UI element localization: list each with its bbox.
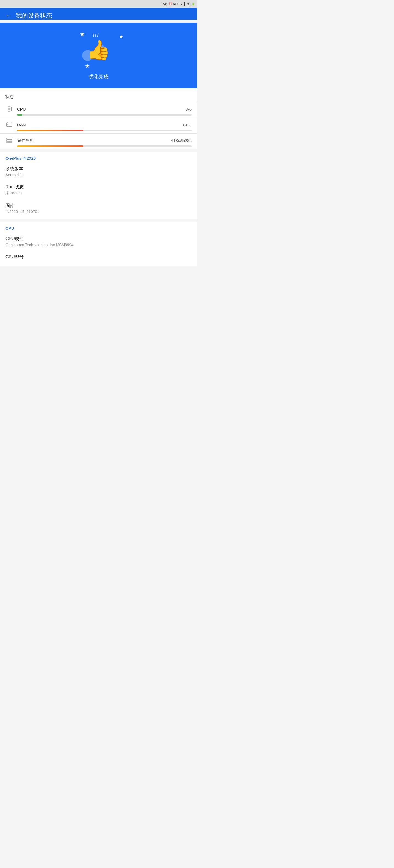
alarm-icon: ⏰ [169, 2, 172, 5]
signal-icon: ▌ [184, 2, 186, 5]
cpu-progress-bar [17, 114, 192, 116]
svg-rect-18 [11, 124, 11, 125]
4g-icon: 4G [187, 2, 190, 5]
storage-label: 储存空间 [17, 138, 166, 143]
svg-rect-15 [7, 124, 8, 125]
bluetooth-icon: ✦ [177, 2, 179, 5]
storage-progress-bar [17, 146, 192, 147]
ram-progress-bar [17, 130, 192, 131]
system-version-title: 系统版本 [5, 166, 192, 172]
storage-status-item: 储存空间 %1$s/%2$s [0, 134, 197, 149]
firmware-value: IN2020_15_210701 [5, 210, 192, 214]
star-topleft: ★ [79, 31, 85, 38]
system-version-value: Android 11 [5, 173, 192, 177]
root-status-title: Root状态 [5, 184, 192, 190]
wifi-icon: ▲ [180, 2, 183, 5]
cpu-model-item: CPU型号 [0, 251, 197, 266]
system-version-item: 系统版本 Android 11 [0, 163, 197, 181]
cpu-icon [5, 105, 13, 113]
hero-section: ★ ★ ★ 👍 优化完成 [0, 23, 197, 88]
root-status-value: 未Rooted [5, 191, 192, 196]
cpu-progress-fill [17, 114, 22, 116]
back-button[interactable]: ← [5, 12, 11, 19]
svg-rect-16 [8, 124, 9, 125]
storage-icon [5, 136, 13, 144]
divider-bottom [0, 149, 197, 149]
svg-point-30 [11, 138, 11, 139]
status-section-header: 状态 [0, 89, 197, 102]
thumbs-up-icon: 👍 [87, 39, 110, 61]
device-section-label: OnePlus IN2020 [0, 152, 197, 163]
cpu-model-title: CPU型号 [5, 254, 192, 260]
firmware-item: 固件 IN2020_15_210701 [0, 199, 197, 219]
ram-value: CPU [183, 122, 192, 127]
star-bottom: ★ [85, 63, 90, 69]
cpu-hardware-item: CPU硬件 Qualcomm Technologies, Inc MSM8994 [0, 233, 197, 251]
cpu-hardware-value: Qualcomm Technologies, Inc MSM8994 [5, 243, 192, 247]
ram-progress-fill [17, 130, 83, 131]
storage-progress-fill [17, 146, 83, 147]
svg-rect-17 [10, 124, 10, 125]
sim-icon: ▣ [173, 2, 175, 5]
page-title: 我的设备状态 [16, 11, 52, 20]
firmware-title: 固件 [5, 203, 192, 209]
status-bar: 2:34 ⏰ ▣ ✦ ▲ ▌ 4G 🔋 [0, 0, 197, 8]
root-status-item: Root状态 未Rooted [0, 181, 197, 199]
ram-icon [5, 121, 13, 128]
cpu-label: CPU [17, 107, 181, 112]
battery-icon: 🔋 [192, 2, 195, 5]
ram-label: RAM [17, 122, 179, 127]
svg-rect-1 [8, 108, 10, 110]
app-header: ← 我的设备状态 [0, 8, 197, 20]
svg-point-32 [11, 142, 11, 143]
thumbs-container: ★ ★ ★ 👍 [71, 28, 126, 72]
svg-point-31 [11, 140, 11, 141]
optimize-text: 优化完成 [89, 73, 109, 80]
status-time: 2:34 [162, 2, 167, 5]
ram-status-item: RAM CPU [0, 118, 197, 133]
cpu-hardware-title: CPU硬件 [5, 236, 192, 242]
storage-value: %1$s/%2$s [170, 138, 192, 143]
star-topright: ★ [119, 33, 123, 39]
cpu-section-label: CPU [0, 221, 197, 233]
cpu-status-item: CPU 3% [0, 102, 197, 118]
cpu-value: 3% [186, 107, 192, 112]
